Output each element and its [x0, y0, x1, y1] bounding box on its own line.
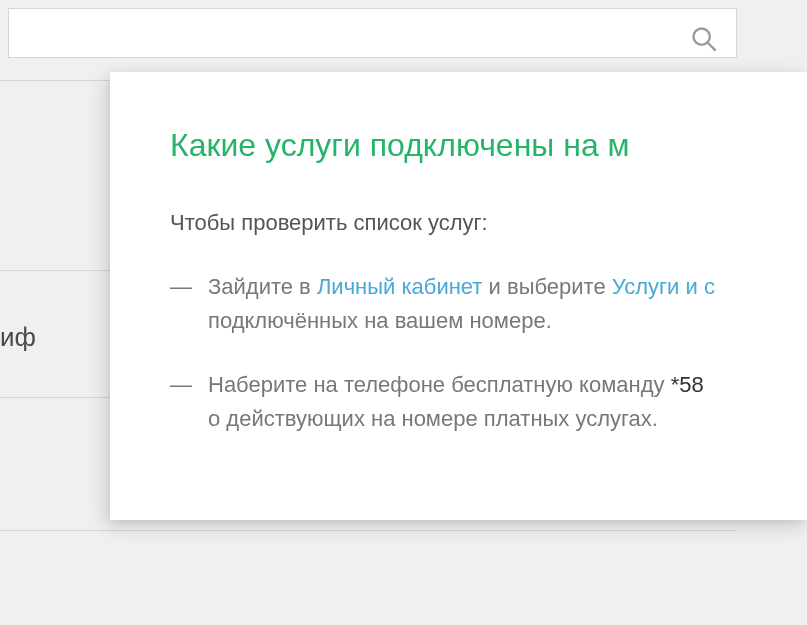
sidebar-label-fragment: иф	[0, 322, 36, 353]
info-card: Какие услуги подключены на м Чтобы прове…	[110, 72, 807, 520]
link-services[interactable]: Услуги и с	[612, 274, 715, 299]
search-bar[interactable]	[8, 8, 737, 58]
background-panel: иф Какие услуги подключены на м Чтобы пр…	[0, 0, 807, 625]
search-icon[interactable]	[690, 25, 718, 57]
card-intro: Чтобы проверить список услуг:	[170, 210, 807, 236]
text: и выберите	[482, 274, 611, 299]
svg-line-1	[708, 43, 716, 51]
svg-point-0	[694, 29, 710, 45]
instruction-list: Зайдите в Личный кабинет и выберите Услу…	[170, 270, 807, 436]
text: Наберите на телефоне бесплатную команду	[208, 372, 671, 397]
card-title: Какие услуги подключены на м	[170, 127, 807, 164]
ussd-command: *58	[671, 372, 704, 397]
divider	[0, 530, 737, 531]
list-item: Зайдите в Личный кабинет и выберите Услу…	[170, 270, 807, 338]
text: подключённых на вашем номере.	[208, 308, 552, 333]
text: о действующих на номере платных услугах.	[208, 406, 658, 431]
text: Зайдите в	[208, 274, 317, 299]
link-personal-cabinet[interactable]: Личный кабинет	[317, 274, 483, 299]
list-item: Наберите на телефоне бесплатную команду …	[170, 368, 807, 436]
